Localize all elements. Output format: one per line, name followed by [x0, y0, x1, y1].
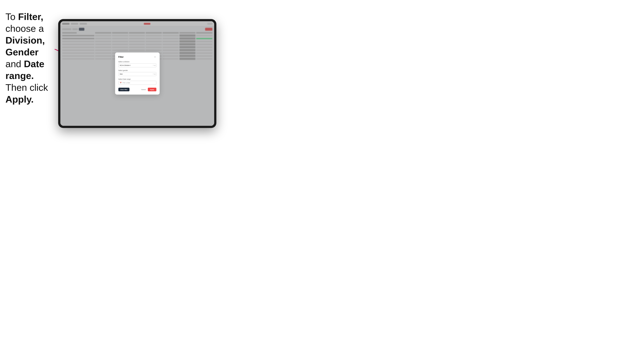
filter-modal: Filter × Select a division NCAA Division…: [115, 52, 160, 95]
cancel-button[interactable]: Cancel: [140, 88, 147, 91]
gender-label: Select gender: [118, 70, 156, 71]
modal-overlay: Filter × Select a division NCAA Division…: [60, 21, 214, 126]
date-placeholder: Pick a date: [122, 82, 130, 84]
instruction-text: To Filter, choose a Division, Gender and…: [6, 11, 62, 105]
division-select[interactable]: NCAA Division I NCAA Division II NCAA Di…: [118, 63, 156, 67]
modal-title: Filter: [118, 56, 124, 58]
instruction-line1: To Filter, choose a: [6, 11, 44, 34]
gender-select[interactable]: Men Women: [118, 72, 156, 76]
date-range-wrap: Select Date range 📅 Pick a date: [118, 78, 156, 85]
date-input[interactable]: 📅 Pick a date: [118, 81, 156, 85]
division-label: Select a division: [118, 61, 156, 63]
apply-button[interactable]: Apply: [148, 88, 156, 91]
instruction-line3: and Date range.: [6, 59, 44, 81]
modal-footer: Clear filter Cancel Apply: [118, 88, 156, 91]
division-select-icons: × ⬍: [153, 65, 156, 66]
calendar-icon: 📅: [120, 82, 122, 84]
gender-select-icons: × ⬍: [153, 73, 156, 75]
tablet-device: Filter × Select a division NCAA Division…: [58, 19, 216, 128]
gender-select-wrap: Men Women × ⬍: [118, 72, 156, 76]
gender-clear-icon[interactable]: ×: [153, 73, 154, 75]
division-clear-icon[interactable]: ×: [153, 65, 154, 66]
division-chevron-icon: ⬍: [154, 65, 156, 66]
footer-right-buttons: Cancel Apply: [140, 88, 156, 91]
modal-header: Filter ×: [118, 56, 156, 58]
division-select-wrap: NCAA Division I NCAA Division II NCAA Di…: [118, 63, 156, 67]
instruction-line4: Then click Apply.: [6, 82, 48, 105]
instruction-bold2: Division, Gender: [6, 35, 45, 57]
date-label: Select Date range: [118, 78, 156, 80]
gender-chevron-icon: ⬍: [154, 74, 156, 75]
clear-filter-button[interactable]: Clear filter: [118, 88, 130, 91]
close-icon[interactable]: ×: [154, 56, 156, 58]
tablet-screen: Filter × Select a division NCAA Division…: [60, 21, 214, 126]
